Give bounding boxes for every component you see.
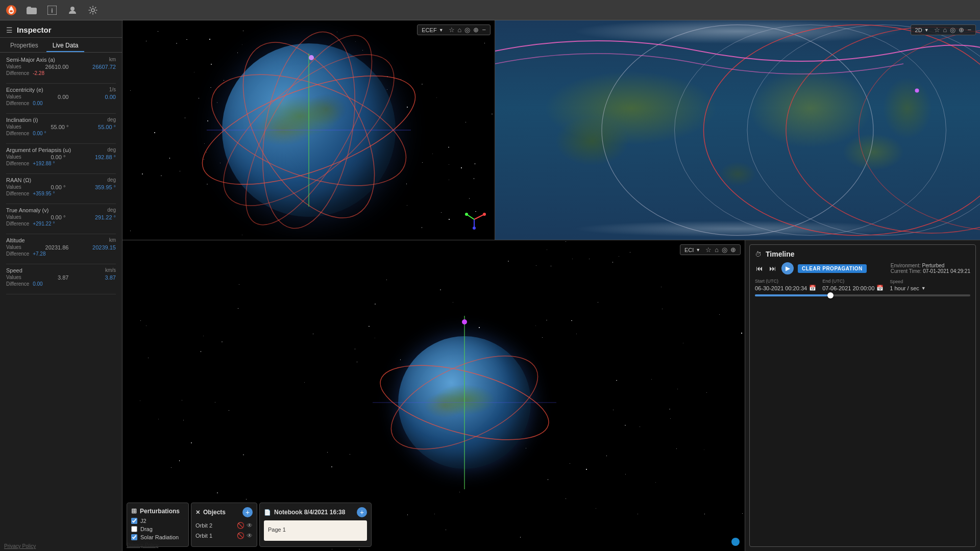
object-row-orbit-2: Orbit 2 🚫 👁 — [195, 520, 253, 531]
perturbation-label: Solar Radiation — [140, 534, 179, 540]
minus-icon-2d[interactable]: − — [967, 26, 971, 34]
perturbation-checkbox[interactable] — [131, 526, 137, 532]
svg-point-26 — [786, 27, 980, 233]
svg-point-5 — [91, 9, 94, 12]
param-name: Speed km/s — [6, 267, 116, 273]
param-values-row: Values 55.00 ° 55.00 ° — [6, 124, 116, 130]
svg-point-1 — [10, 10, 13, 12]
param-unit: deg — [107, 177, 116, 183]
tab-live-data[interactable]: Live Data — [46, 40, 85, 52]
svg-line-15 — [474, 214, 484, 219]
star-icon-2d[interactable]: ☆ — [934, 26, 940, 34]
ecef-dropdown-icon[interactable]: ▼ — [439, 28, 444, 33]
link-icon[interactable]: ⊕ — [473, 26, 479, 34]
link-icon-eci[interactable]: ⊕ — [730, 246, 736, 254]
param-values-row: Values 20231.86 20239.15 — [6, 244, 116, 251]
settings-icon[interactable] — [87, 4, 99, 16]
camera-icon-2d[interactable]: ◎ — [950, 26, 955, 34]
2d-dropdown-icon[interactable]: ▼ — [924, 28, 929, 33]
param-values-row: Values 0.00 ° 291.22 ° — [6, 214, 116, 220]
step-back-btn[interactable]: ⏭ — [768, 263, 777, 273]
timeline-fill — [755, 294, 830, 296]
star-icon-eci[interactable]: ☆ — [705, 246, 712, 254]
perturbation-item-solar-radiation[interactable]: Solar Radiation — [131, 534, 184, 540]
perturbation-label: J2 — [140, 518, 146, 524]
perturbation-label: Drag — [140, 526, 153, 532]
live-indicator — [731, 538, 740, 546]
top-toolbar: i — [0, 0, 980, 20]
minus-icon[interactable]: − — [482, 26, 486, 34]
svg-point-19 — [465, 213, 468, 216]
timeline-slider[interactable] — [755, 294, 970, 296]
privacy-policy-link[interactable]: Privacy Policy — [4, 543, 36, 549]
home-icon[interactable]: ⌂ — [458, 26, 462, 34]
speed-dropdown-icon[interactable]: ▼ — [921, 286, 926, 291]
param-divider — [6, 294, 116, 294]
home-icon-eci[interactable]: ⌂ — [715, 246, 719, 254]
param-divider — [6, 173, 116, 174]
perturbation-checkbox[interactable] — [131, 534, 137, 540]
param-values-label: Values — [6, 244, 21, 251]
camera-icon[interactable]: ◎ — [464, 26, 470, 34]
object-icons: 🚫 👁 — [237, 532, 253, 539]
start-cal-icon[interactable]: 📅 — [809, 285, 816, 291]
perturbation-item-j2[interactable]: J2 — [131, 518, 184, 524]
logo-icon[interactable] — [5, 4, 17, 16]
param-name: Eccentricity (e) 1/s — [6, 87, 116, 93]
perturbation-checkbox[interactable] — [131, 518, 137, 524]
timeline-panel: ⏱ Timeline ⏮ ⏭ ▶ CLEAR PROPAGATION Envir… — [749, 244, 976, 547]
object-hide-icon[interactable]: 🚫 — [237, 522, 244, 529]
objects-list: Orbit 2 🚫 👁 Orbit 1 🚫 👁 — [195, 520, 253, 541]
param-diff: Difference +7.28 — [6, 251, 116, 257]
star-icon[interactable]: ☆ — [449, 26, 455, 34]
info-icon[interactable]: i — [46, 4, 58, 16]
param-value2: 26607.72 — [92, 64, 116, 70]
perturbation-item-drag[interactable]: Drag — [131, 526, 184, 532]
param-value2: 20239.15 — [92, 244, 116, 251]
skip-back-btn[interactable]: ⏮ — [755, 263, 764, 273]
eci-dropdown-icon[interactable]: ▼ — [696, 247, 700, 253]
objects-panel: ✕ Objects + Orbit 2 🚫 👁 Orbit 1 🚫 👁 — [191, 503, 257, 547]
clear-propagation-btn[interactable]: CLEAR PROPAGATION — [798, 264, 867, 273]
play-btn[interactable]: ▶ — [781, 262, 794, 274]
object-visibility-icon[interactable]: 👁 — [247, 532, 253, 539]
param-value1: 0.00 ° — [51, 214, 65, 220]
view-icon-group: ☆ ⌂ ◎ ⊕ − — [449, 26, 486, 34]
end-cal-icon[interactable]: 📅 — [876, 285, 884, 291]
param-name: Altitude km — [6, 237, 116, 243]
camera-icon-eci[interactable]: ◎ — [722, 246, 727, 254]
param-diff: Difference +192.88 ° — [6, 161, 116, 166]
inspector-content: Semi-Major Axis (a) km Values 26610.00 2… — [0, 53, 122, 551]
link-icon-2d[interactable]: ⊕ — [959, 26, 964, 34]
home-icon-2d[interactable]: ⌂ — [943, 26, 947, 34]
param-group-eccentricity--e-: Eccentricity (e) 1/s Values 0.00 0.00 Di… — [6, 87, 116, 106]
tab-properties[interactable]: Properties — [4, 40, 44, 52]
param-group-true-anomaly--v-: True Anomaly (v) deg Values 0.00 ° 291.2… — [6, 207, 116, 227]
inspector-menu-icon[interactable]: ☰ — [6, 26, 13, 34]
add-object-btn[interactable]: + — [242, 507, 253, 517]
folder-icon[interactable] — [26, 4, 38, 16]
inspector-header: ☰ Inspector — [0, 20, 122, 38]
object-hide-icon[interactable]: 🚫 — [237, 532, 244, 539]
object-icons: 🚫 👁 — [237, 522, 253, 529]
globe-land — [222, 43, 396, 217]
param-diff: Difference 0.00 ° — [6, 131, 116, 136]
param-divider — [6, 143, 116, 144]
ecef-view-label: ECEF ▼ ☆ ⌂ ◎ ⊕ − — [417, 24, 491, 35]
view-2d-label: 2D ▼ ☆ ⌂ ◎ ⊕ − — [911, 24, 976, 35]
bottom-right-panels: ⏱ Timeline ⏮ ⏭ ▶ CLEAR PROPAGATION Envir… — [745, 240, 980, 551]
timeline-time-row: Start (UTC) 06-30-2021 00:20:34 📅 End (U… — [755, 279, 970, 291]
bottom-left-panels: ⊞ Perturbations J2 Drag Solar Radiation — [122, 498, 376, 551]
param-value2: 291.22 ° — [95, 214, 116, 220]
timeline-end-value: 07-06-2021 20:00:00 📅 — [822, 285, 884, 291]
param-unit: km — [109, 237, 116, 243]
object-visibility-icon[interactable]: 👁 — [247, 522, 253, 529]
add-notebook-btn[interactable]: + — [357, 507, 367, 517]
person-icon[interactable] — [66, 4, 79, 16]
timeline-thumb[interactable] — [827, 292, 834, 298]
param-diff: Difference 0.00 — [6, 101, 116, 106]
world-map — [495, 20, 980, 240]
notebook-panel: 📄 Notebook 8/4/2021 16:38 + Page 1 — [259, 503, 372, 547]
param-divider — [6, 113, 116, 114]
timeline-start-field: Start (UTC) 06-30-2021 00:20:34 📅 — [755, 279, 816, 291]
